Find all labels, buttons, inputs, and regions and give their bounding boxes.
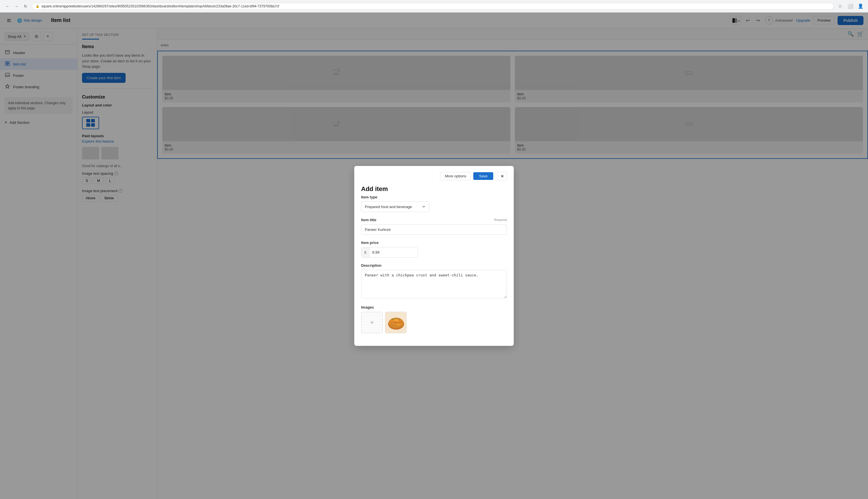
item-title-label-text: Item title	[361, 218, 376, 222]
add-image-icon: +	[370, 318, 374, 327]
item-price-input[interactable]	[369, 247, 418, 257]
lock-icon: 🔒	[36, 4, 39, 8]
modal-overlay: ✕ More options Save Add item Item type P…	[0, 13, 868, 499]
item-title-label: Item title Required	[361, 218, 507, 222]
item-type-value: Prepared food and beverage	[365, 205, 412, 209]
browser-actions: ☆ ⬜ 👤	[836, 2, 865, 10]
item-type-field: Item type Prepared food and beverage	[361, 195, 507, 212]
nav-buttons: ← → ↻	[3, 2, 29, 10]
extensions-button[interactable]: ⬜	[846, 2, 854, 10]
reload-button[interactable]: ↻	[22, 2, 29, 10]
modal-title: Add item	[361, 185, 507, 193]
modal-close-button[interactable]: ✕	[498, 172, 507, 181]
item-type-dropdown[interactable]: Prepared food and beverage	[361, 202, 430, 212]
item-price-field: Item price $	[361, 241, 507, 258]
images-field: Images +	[361, 305, 507, 333]
modal-body: Item type Prepared food and beverage Ite…	[354, 195, 514, 346]
bookmark-button[interactable]: ☆	[836, 2, 844, 10]
description-input[interactable]: Paneer with a chickpea crust and sweet-c…	[361, 270, 507, 298]
images-label: Images	[361, 305, 507, 309]
add-item-modal: ✕ More options Save Add item Item type P…	[354, 166, 514, 346]
url-text: square.online/app/website/users/14288429…	[41, 4, 279, 8]
svg-point-27	[396, 318, 397, 319]
modal-header: ✕ More options Save	[354, 166, 514, 185]
svg-point-25	[393, 319, 394, 320]
price-input-wrapper: $	[361, 247, 418, 258]
images-row: +	[361, 312, 507, 333]
required-tag: Required	[494, 218, 507, 221]
price-prefix: $	[361, 247, 369, 257]
forward-nav-button[interactable]: →	[13, 2, 21, 10]
item-price-label: Item price	[361, 241, 507, 245]
back-nav-button[interactable]: ←	[3, 2, 11, 10]
svg-point-26	[399, 318, 399, 319]
item-title-field: Item title Required	[361, 218, 507, 235]
description-field: Description Paneer with a chickpea crust…	[361, 263, 507, 300]
item-type-label: Item type	[361, 195, 507, 199]
profile-button[interactable]: 👤	[857, 2, 865, 10]
item-title-input[interactable]	[361, 224, 507, 235]
save-button[interactable]: Save	[473, 172, 493, 180]
more-options-button[interactable]: More options	[440, 172, 471, 180]
close-icon: ✕	[501, 174, 504, 179]
food-image-thumb	[385, 312, 407, 333]
address-bar[interactable]: 🔒 square.online/app/website/users/142884…	[32, 3, 834, 10]
browser-bar: ← → ↻ 🔒 square.online/app/website/users/…	[0, 0, 868, 13]
add-image-button[interactable]: +	[361, 312, 383, 333]
description-label: Description	[361, 263, 507, 268]
